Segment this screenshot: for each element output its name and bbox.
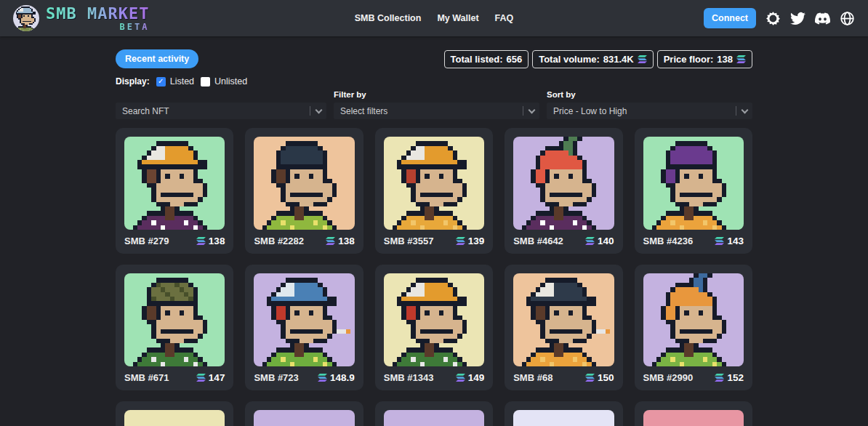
nft-card[interactable] (116, 401, 233, 426)
nft-card[interactable]: SMB #3557 139 (375, 128, 493, 254)
stat-value: 656 (507, 54, 523, 65)
discord-icon[interactable] (815, 11, 830, 26)
display-filter-row: Display: ✓ Listed Unlisted (116, 76, 752, 87)
nav-link-smb-collection[interactable]: SMB Collection (355, 13, 422, 23)
solana-icon (638, 55, 647, 63)
search-label-spacer (116, 90, 326, 103)
recent-activity-button[interactable]: Recent activity (116, 49, 198, 68)
solana-icon (456, 374, 465, 382)
nft-price: 139 (456, 236, 485, 246)
monkey-avatar-icon (13, 5, 39, 31)
nft-name: SMB #2282 (254, 236, 304, 246)
stat-total-volume: Total volume: 831.4K (532, 50, 653, 68)
nft-card[interactable]: SMB #723 148.9 (245, 265, 363, 390)
nft-image (384, 273, 484, 366)
display-label: Display: (116, 76, 150, 87)
solana-icon (456, 237, 465, 245)
nft-card[interactable]: SMB #4642 140 (505, 128, 622, 254)
brand[interactable]: SMB MARKET BETA (13, 5, 149, 31)
nft-price: 150 (585, 372, 614, 383)
globe-icon[interactable] (840, 11, 855, 26)
sort-by-label: Sort by (547, 90, 752, 103)
listed-checkbox[interactable]: ✓ Listed (156, 76, 194, 87)
nft-image (124, 273, 225, 366)
solana-icon (736, 55, 746, 63)
unlisted-checkbox[interactable]: Unlisted (201, 76, 247, 87)
search-nft-select[interactable]: Search NFT (116, 103, 326, 119)
filter-bar: Filter by Sort by Search NFT Select filt… (116, 90, 752, 119)
stat-price-floor: Price floor: 138 (657, 50, 752, 68)
collection-stats: Total listed: 656 Total volume: 831.4K P… (444, 50, 752, 68)
nft-card[interactable]: SMB #2282 138 (245, 128, 363, 254)
nft-name: SMB #4236 (643, 236, 694, 246)
nft-name: SMB #2990 (643, 372, 694, 383)
filter-by-label: Filter by (334, 90, 539, 103)
nft-card[interactable] (505, 401, 622, 426)
nft-card[interactable]: SMB #2990 152 (635, 265, 752, 390)
connect-button[interactable]: Connect (704, 8, 756, 28)
stat-value: 831.4K (603, 54, 634, 65)
nav-link-my-wallet[interactable]: My Wallet (437, 13, 478, 23)
nft-price: 143 (715, 236, 744, 246)
nft-card[interactable]: SMB #4236 143 (635, 128, 752, 254)
solana-icon (318, 374, 327, 382)
stat-value: 138 (717, 54, 733, 65)
checkbox-icon[interactable] (201, 77, 210, 87)
solana-icon (585, 374, 595, 382)
nft-name: SMB #279 (124, 236, 169, 246)
nft-image (384, 137, 484, 230)
navbar: SMB MARKET BETA SMB Collection My Wallet… (0, 0, 868, 36)
solana-icon (196, 374, 206, 382)
solana-icon (196, 237, 206, 245)
solana-icon (736, 55, 746, 63)
nav-right: Connect (704, 8, 855, 28)
stat-total-listed: Total listed: 656 (444, 50, 529, 68)
nft-name: SMB #3557 (384, 236, 434, 246)
nft-card[interactable]: SMB #68 150 (505, 265, 622, 390)
nft-image (124, 410, 225, 426)
nft-image (513, 273, 614, 366)
nft-image (124, 137, 225, 230)
nft-card[interactable]: SMB #279 138 (116, 128, 233, 254)
nft-card[interactable] (375, 401, 493, 426)
nft-card[interactable]: SMB #671 147 (116, 265, 233, 390)
nft-price: 140 (585, 236, 614, 246)
nft-image (643, 410, 744, 426)
chevron-down-icon (316, 106, 323, 113)
nft-price: 147 (196, 372, 225, 383)
filter-select[interactable]: Select filters (334, 103, 539, 119)
nft-price: 152 (715, 372, 744, 383)
nft-image (513, 137, 614, 230)
nft-name: SMB #1343 (384, 372, 434, 383)
nft-grid: SMB #279 138SMB #2282 138SMB #3557 139SM… (116, 128, 752, 426)
nft-image (643, 273, 744, 366)
nft-price: 149 (456, 372, 485, 383)
twitter-icon[interactable] (790, 11, 805, 26)
nft-image (513, 410, 614, 426)
solana-icon (715, 237, 724, 245)
chevron-down-icon (742, 106, 749, 113)
nav-link-faq[interactable]: FAQ (495, 13, 514, 23)
solana-icon (585, 237, 595, 245)
nft-image (384, 410, 484, 426)
nft-card[interactable]: SMB #1343 149 (375, 265, 493, 390)
toolbar: Recent activity Total listed: 656 Total … (116, 49, 752, 68)
nft-image (254, 410, 354, 426)
nft-card[interactable] (635, 401, 752, 426)
brand-title: SMB MARKET (46, 6, 149, 22)
nft-name: SMB #68 (513, 372, 552, 383)
nft-name: SMB #4642 (513, 236, 563, 246)
checkbox-icon[interactable]: ✓ (156, 77, 166, 87)
nft-card[interactable] (245, 401, 363, 426)
nft-price: 138 (326, 236, 355, 246)
nft-image (254, 137, 354, 230)
solana-icon (715, 374, 724, 382)
nft-price: 148.9 (318, 372, 355, 383)
sort-select[interactable]: Price - Low to High (547, 103, 752, 119)
theme-toggle-icon[interactable] (765, 11, 781, 26)
nft-image (643, 137, 744, 230)
nft-name: SMB #671 (124, 372, 169, 383)
solana-icon (326, 237, 335, 245)
nav-links: SMB Collection My Wallet FAQ (355, 13, 514, 23)
solana-icon (638, 55, 647, 63)
